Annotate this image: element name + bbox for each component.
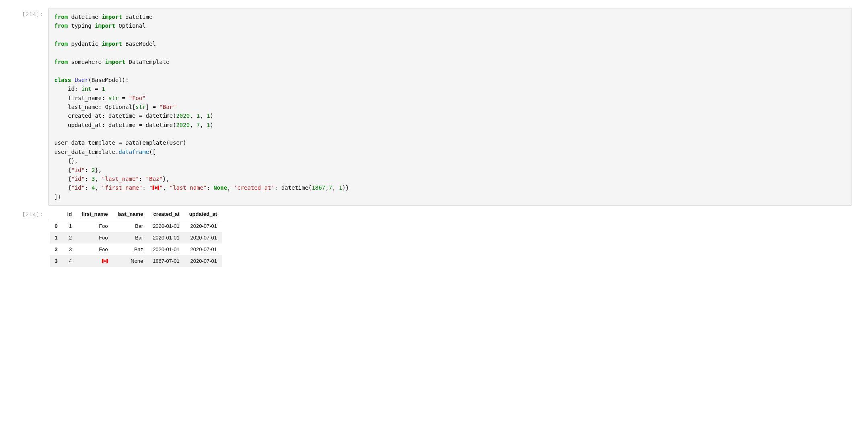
table-row: 34🇨🇦None1867-07-012020-07-01 xyxy=(50,255,222,267)
table-cell: 2 xyxy=(62,232,77,244)
output-cell: [214]: idfirst_namelast_namecreated_atup… xyxy=(0,208,868,267)
column-header: id xyxy=(62,208,77,220)
notebook: [214]: from datetime import datetime fro… xyxy=(0,0,868,277)
table-cell: 2020-07-01 xyxy=(184,220,222,232)
table-cell: Foo xyxy=(77,244,113,255)
table-corner xyxy=(50,208,62,220)
table-cell: 4 xyxy=(62,255,77,267)
row-index: 1 xyxy=(50,232,62,244)
dataframe-table: idfirst_namelast_namecreated_atupdated_a… xyxy=(50,208,222,267)
table-cell: 1867-07-01 xyxy=(148,255,184,267)
output-area: idfirst_namelast_namecreated_atupdated_a… xyxy=(48,208,868,267)
column-header: updated_at xyxy=(184,208,222,220)
table-cell: None xyxy=(113,255,148,267)
table-cell: Baz xyxy=(113,244,148,255)
table-cell: Bar xyxy=(113,232,148,244)
table-cell: 2020-01-01 xyxy=(148,244,184,255)
row-index: 2 xyxy=(50,244,62,255)
output-prompt: [214]: xyxy=(0,208,48,221)
table-cell: 2020-01-01 xyxy=(148,220,184,232)
table-cell: 2020-07-01 xyxy=(184,244,222,255)
column-header: last_name xyxy=(113,208,148,220)
table-cell: Foo xyxy=(77,220,113,232)
row-index: 0 xyxy=(50,220,62,232)
table-cell: Bar xyxy=(113,220,148,232)
table-row: 01FooBar2020-01-012020-07-01 xyxy=(50,220,222,232)
code-input-area[interactable]: from datetime import datetime from typin… xyxy=(48,8,852,206)
table-cell: 1 xyxy=(62,220,77,232)
row-index: 3 xyxy=(50,255,62,267)
table-cell: 2020-07-01 xyxy=(184,232,222,244)
table-cell: 3 xyxy=(62,244,77,255)
table-cell: 🇨🇦 xyxy=(77,255,113,267)
code-block[interactable]: from datetime import datetime from typin… xyxy=(54,12,846,201)
table-header-row: idfirst_namelast_namecreated_atupdated_a… xyxy=(50,208,222,220)
table-cell: 2020-01-01 xyxy=(148,232,184,244)
table-row: 23FooBaz2020-01-012020-07-01 xyxy=(50,244,222,255)
input-prompt: [214]: xyxy=(0,8,48,20)
input-cell: [214]: from datetime import datetime fro… xyxy=(0,8,868,206)
table-cell: Foo xyxy=(77,232,113,244)
table-row: 12FooBar2020-01-012020-07-01 xyxy=(50,232,222,244)
column-header: first_name xyxy=(77,208,113,220)
column-header: created_at xyxy=(148,208,184,220)
table-cell: 2020-07-01 xyxy=(184,255,222,267)
